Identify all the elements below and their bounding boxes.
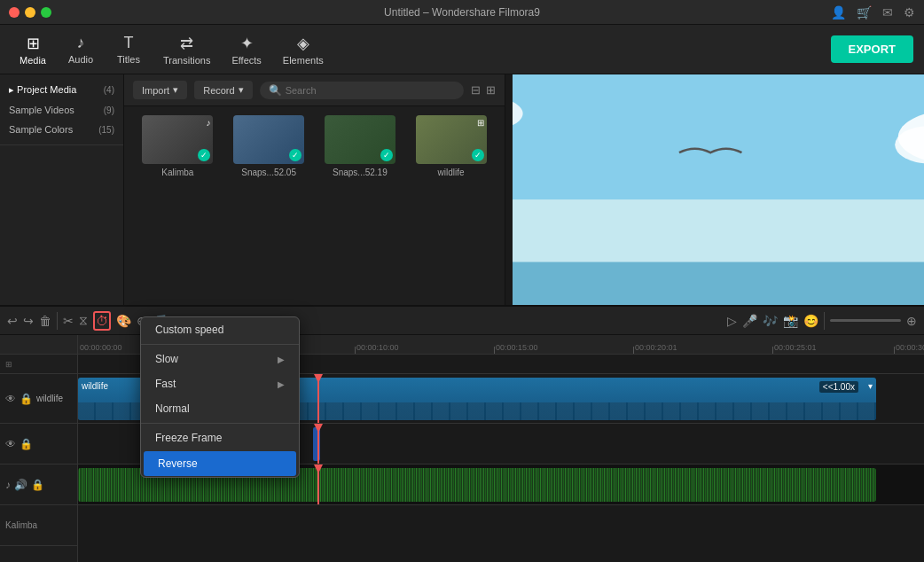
media-thumb-wildlife: ⊞ ✓ (416, 115, 487, 164)
main-layout: ▸ Project Media (4) Sample Videos (9) Sa… (0, 74, 924, 562)
master-track-header: ⊞ (0, 355, 77, 374)
media-item-snap1[interactable]: ✓ Snaps...52.05 (224, 115, 314, 177)
export-button[interactable]: EXPORT (831, 35, 913, 63)
media-item-wildlife[interactable]: ⊞ ✓ wildlife (406, 115, 496, 177)
import-button[interactable]: Import ▾ (133, 81, 187, 99)
zoom-slider[interactable] (830, 319, 901, 322)
settings-icon[interactable]: ⚙ (904, 5, 915, 20)
lock-icon-2[interactable]: 🔒 (20, 438, 33, 450)
media-item-kalimba[interactable]: ♪ ✓ Kalimba (133, 115, 223, 177)
sidebar-sample-videos-count: (9) (104, 105, 114, 115)
small-clip[interactable] (313, 427, 320, 461)
tab-audio[interactable]: ♪ Audio (59, 30, 103, 68)
media-icon: ⊞ (27, 34, 40, 53)
clip-label: wildlife (82, 381, 108, 391)
ctx-custom-speed[interactable]: Custom speed (141, 317, 299, 342)
sidebar-project-media-label: ▸ Project Media (9, 84, 76, 96)
media-label-snap1: Snaps...52.05 (241, 168, 296, 177)
grid-view-icon[interactable]: ⊞ (486, 83, 496, 97)
close-button[interactable] (9, 7, 20, 18)
screenshot-tl-icon[interactable]: 📸 (783, 314, 798, 328)
ctx-freeze-frame-label: Freeze Frame (155, 432, 222, 444)
tab-titles-label: Titles (117, 54, 140, 65)
crop-icon[interactable]: ⧖ (79, 313, 88, 328)
cart-icon[interactable]: 🛒 (857, 5, 872, 20)
sidebar-section: ▸ Project Media (4) Sample Videos (9) Sa… (0, 74, 123, 145)
timeline-right-controls: ▷ 🎤 🎶 📸 😊 ⊕ (727, 312, 917, 330)
search-input[interactable] (286, 85, 455, 96)
color-icon[interactable]: 🎨 (116, 314, 131, 328)
search-box: 🔍 (260, 82, 464, 99)
volume-track-icon[interactable]: 🔊 (14, 479, 27, 491)
tab-effects-label: Effects (231, 55, 261, 66)
delete-icon[interactable]: 🗑 (39, 314, 51, 328)
mail-icon[interactable]: ✉ (882, 5, 893, 20)
redo-icon[interactable]: ↪ (23, 314, 34, 328)
check-badge-wildlife: ✓ (472, 149, 484, 161)
mic-icon[interactable]: 🎤 (742, 314, 757, 328)
tab-media[interactable]: ⊞ Media (11, 30, 55, 69)
ruler-tick-3 (494, 347, 495, 354)
record-chevron-icon: ▾ (239, 84, 244, 96)
tab-titles[interactable]: T Titles (106, 30, 151, 68)
traffic-lights (9, 7, 51, 18)
music-track-icon[interactable]: ♪ (5, 479, 11, 491)
ctx-slow[interactable]: Slow ▶ (141, 347, 299, 371)
tab-media-label: Media (20, 55, 46, 66)
ctx-reverse[interactable]: Reverse (144, 451, 296, 476)
undo-icon[interactable]: ↩ (7, 314, 18, 328)
record-button[interactable]: Record ▾ (194, 81, 252, 99)
grid-overlay-icon: ⊞ (477, 118, 484, 128)
lock-icon[interactable]: 🔒 (20, 393, 33, 405)
check-badge: ✓ (198, 149, 210, 161)
cut-icon[interactable]: ✂ (63, 314, 74, 328)
lock-icon-3[interactable]: 🔒 (31, 479, 44, 491)
tl-separator-1 (57, 312, 58, 330)
media-thumb-snap2: ✓ (325, 115, 395, 164)
filter-icon[interactable]: ⊟ (471, 83, 481, 97)
timeline-toolbar: ↩ ↪ 🗑 ✂ ⧖ ⏱ 🎨 ⊕ 🎵 ↔ ▷ 🎤 🎶 📸 😊 ⊕ (0, 307, 924, 335)
sidebar-sample-colors-label: Sample Colors (9, 124, 73, 135)
ruler-mark-6: 00:00:30:01 (896, 343, 924, 352)
clip-speed: <<1.00x (819, 381, 858, 393)
emoji-icon[interactable]: 😊 (803, 314, 818, 328)
tab-effects[interactable]: ✦ Effects (223, 30, 270, 69)
speed-icon[interactable]: ⏱ (93, 311, 111, 331)
ctx-sep-2 (141, 423, 299, 424)
media-thumb-kalimba: ♪ ✓ (142, 115, 213, 164)
sidebar-item-sample-videos[interactable]: Sample Videos (9) (0, 100, 123, 120)
tab-transitions[interactable]: ⇄ Transitions (154, 30, 219, 69)
music-add-icon[interactable]: 🎶 (763, 314, 778, 328)
ctx-custom-speed-label: Custom speed (155, 324, 223, 336)
import-label: Import (142, 85, 169, 96)
media-thumb-snap1: ✓ (233, 115, 304, 164)
titlebar: Untitled – Wondershare Filmora9 👤 🛒 ✉ ⚙ (0, 0, 924, 25)
media-label-kalimba: Kalimba (161, 168, 193, 177)
media-item-snap2[interactable]: ✓ Snaps...52.19 (316, 115, 405, 177)
tab-elements[interactable]: ◈ Elements (274, 30, 333, 69)
sidebar-item-project-media[interactable]: ▸ Project Media (4) (0, 80, 123, 100)
eye-icon[interactable]: 👁 (5, 393, 16, 405)
minimize-button[interactable] (25, 7, 35, 18)
track-headers: ⊞ 👁 🔒 wildlife 👁 🔒 ♪ 🔊 🔒 (0, 335, 78, 562)
ctx-fast[interactable]: Fast ▶ (141, 371, 299, 396)
tab-transitions-label: Transitions (163, 55, 210, 66)
sidebar-sample-colors-count: (15) (98, 125, 114, 135)
eye-icon-2[interactable]: 👁 (5, 438, 16, 450)
sidebar-item-sample-colors[interactable]: Sample Colors (15) (0, 120, 123, 139)
ctx-freeze-frame[interactable]: Freeze Frame (141, 425, 299, 450)
check-badge-snap2: ✓ (380, 149, 393, 161)
user-icon[interactable]: 👤 (831, 5, 846, 20)
maximize-button[interactable] (41, 7, 51, 18)
ctx-normal[interactable]: Normal (141, 396, 299, 421)
zoom-in-icon[interactable]: ⊕ (906, 314, 917, 328)
motion-icon[interactable]: ▷ (727, 314, 737, 328)
kalimba-label: Kalimba (5, 520, 37, 530)
clip-chevron: ▾ (868, 381, 873, 391)
check-badge-snap1: ✓ (289, 149, 301, 161)
sidebar-sample-videos-label: Sample Videos (9, 105, 74, 115)
media-label-snap2: Snaps...52.19 (333, 168, 388, 177)
tl-separator-2 (824, 312, 825, 330)
ruler-mark-5: 00:00:25:01 (774, 343, 817, 352)
ctx-fast-label: Fast (155, 378, 176, 390)
